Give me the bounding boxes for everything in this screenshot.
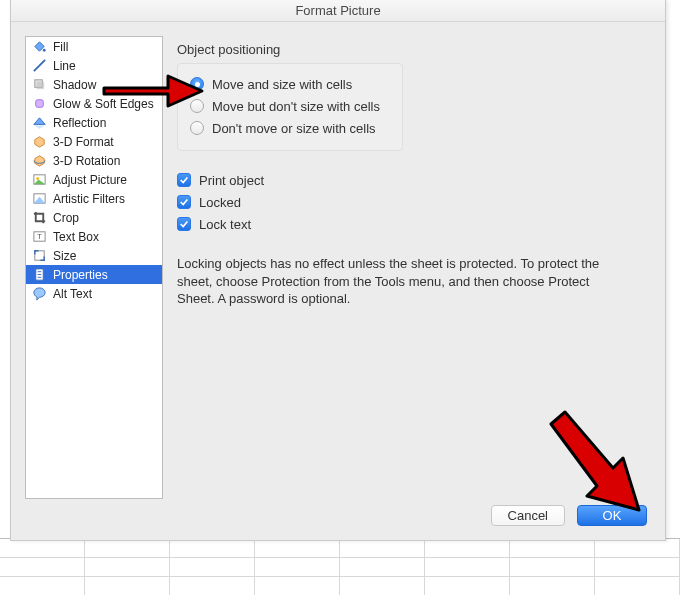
help-text: Locking objects has no effect unless the… xyxy=(177,255,607,308)
sidebar-item-size[interactable]: Size xyxy=(26,246,162,265)
sidebar-item-crop[interactable]: Crop xyxy=(26,208,162,227)
sidebar-item-label: 3-D Rotation xyxy=(53,154,158,168)
sidebar-item-glow-soft-edges[interactable]: Glow & Soft Edges xyxy=(26,94,162,113)
adjust-picture-icon xyxy=(32,172,47,187)
checkbox-print-object[interactable]: Print object xyxy=(177,169,651,191)
category-sidebar: FillLineShadowGlow & Soft EdgesReflectio… xyxy=(25,36,163,499)
size-icon xyxy=(32,248,47,263)
glow-icon xyxy=(32,96,47,111)
radio-button-icon xyxy=(190,121,204,135)
radio-label: Move but don't size with cells xyxy=(212,99,380,114)
sidebar-item-label: Line xyxy=(53,59,158,73)
object-positioning-group: Move and size with cellsMove but don't s… xyxy=(177,63,403,151)
sidebar-item-label: Glow & Soft Edges xyxy=(53,97,158,111)
reflection-icon xyxy=(32,115,47,130)
sidebar-item-shadow[interactable]: Shadow xyxy=(26,75,162,94)
line-icon xyxy=(32,58,47,73)
sidebar-item-label: Adjust Picture xyxy=(53,173,158,187)
sidebar-item-adjust-picture[interactable]: Adjust Picture xyxy=(26,170,162,189)
sidebar-item-artistic-filters[interactable]: Artistic Filters xyxy=(26,189,162,208)
radio-move-and-size-with-cells[interactable]: Move and size with cells xyxy=(190,74,392,94)
content-pane: Object positioning Move and size with ce… xyxy=(177,36,651,499)
sidebar-item-label: Artistic Filters xyxy=(53,192,158,206)
radio-label: Don't move or size with cells xyxy=(212,121,376,136)
checkbox-locked[interactable]: Locked xyxy=(177,191,651,213)
sidebar-item-alt-text[interactable]: Alt Text xyxy=(26,284,162,303)
svg-point-0 xyxy=(43,49,46,52)
radio-button-icon xyxy=(190,77,204,91)
svg-rect-9 xyxy=(35,251,44,260)
svg-rect-3 xyxy=(36,100,44,108)
format-picture-dialog: Format Picture FillLineShadowGlow & Soft… xyxy=(10,0,666,541)
sidebar-item-label: Reflection xyxy=(53,116,158,130)
sidebar-item-label: Shadow xyxy=(53,78,158,92)
cancel-button[interactable]: Cancel xyxy=(491,505,565,526)
checkbox-lock-text[interactable]: Lock text xyxy=(177,213,651,235)
sidebar-item-label: Alt Text xyxy=(53,287,158,301)
radio-move-but-don-t-size-with-cells[interactable]: Move but don't size with cells xyxy=(190,96,392,116)
radio-button-icon xyxy=(190,99,204,113)
dialog-footer: Cancel OK xyxy=(11,505,665,540)
sidebar-item-label: Fill xyxy=(53,40,158,54)
checkbox-label: Locked xyxy=(199,195,241,210)
sidebar-item-3-d-format[interactable]: 3-D Format xyxy=(26,132,162,151)
radio-don-t-move-or-size-with-cells[interactable]: Don't move or size with cells xyxy=(190,118,392,138)
checkbox-label: Lock text xyxy=(199,217,251,232)
crop-icon xyxy=(32,210,47,225)
rotation3d-icon xyxy=(32,153,47,168)
shadow-icon xyxy=(32,77,47,92)
sidebar-item-line[interactable]: Line xyxy=(26,56,162,75)
sidebar-item-3-d-rotation[interactable]: 3-D Rotation xyxy=(26,151,162,170)
properties-icon xyxy=(32,267,47,282)
format3d-icon xyxy=(32,134,47,149)
sidebar-item-label: Crop xyxy=(53,211,158,225)
fill-bucket-icon xyxy=(32,39,47,54)
checkmark-icon xyxy=(177,173,191,187)
sidebar-item-label: 3-D Format xyxy=(53,135,158,149)
svg-text:T: T xyxy=(37,232,42,241)
sidebar-item-label: Text Box xyxy=(53,230,158,244)
svg-rect-2 xyxy=(37,82,45,90)
ok-button[interactable]: OK xyxy=(577,505,647,526)
checkbox-label: Print object xyxy=(199,173,264,188)
sidebar-item-reflection[interactable]: Reflection xyxy=(26,113,162,132)
dialog-title: Format Picture xyxy=(11,0,665,22)
checkbox-group: Print objectLockedLock text xyxy=(177,169,651,235)
spreadsheet-grid xyxy=(0,538,680,596)
checkmark-icon xyxy=(177,217,191,231)
sidebar-item-label: Properties xyxy=(53,268,158,282)
filters-icon xyxy=(32,191,47,206)
sidebar-item-text-box[interactable]: TText Box xyxy=(26,227,162,246)
radio-label: Move and size with cells xyxy=(212,77,352,92)
checkmark-icon xyxy=(177,195,191,209)
sidebar-item-fill[interactable]: Fill xyxy=(26,37,162,56)
sidebar-item-properties[interactable]: Properties xyxy=(26,265,162,284)
alttext-icon xyxy=(32,286,47,301)
object-positioning-label: Object positioning xyxy=(177,42,651,57)
textbox-icon: T xyxy=(32,229,47,244)
sidebar-item-label: Size xyxy=(53,249,158,263)
